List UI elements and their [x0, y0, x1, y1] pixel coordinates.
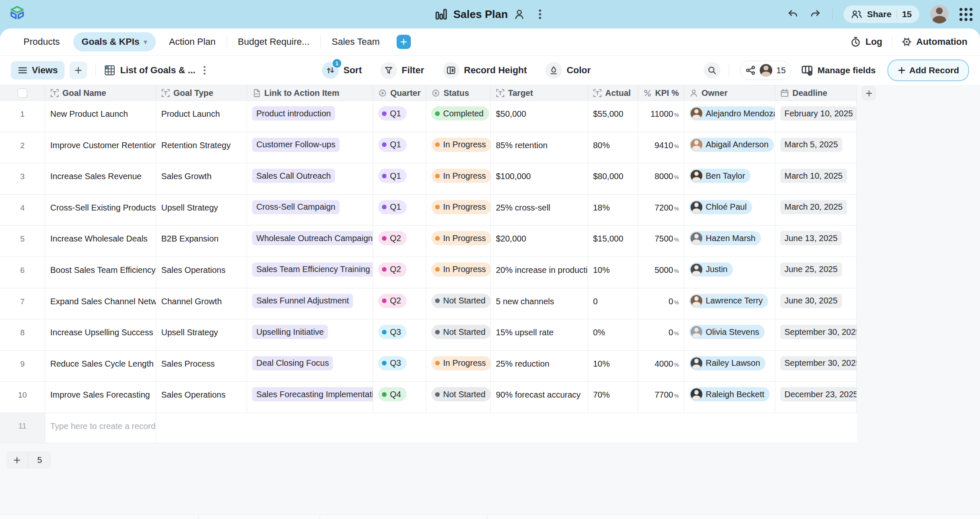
cell-actual[interactable]: 0%	[588, 319, 638, 351]
redo-icon[interactable]	[810, 8, 821, 20]
add-multiple-records-button[interactable]: 5	[6, 451, 51, 469]
tab-products[interactable]: Products	[13, 28, 71, 55]
cell-kpi-percent[interactable]: 4000%	[638, 351, 684, 382]
cell-link-to-action-item[interactable]: Cross-Sell Campaign	[247, 195, 373, 226]
cell-goal-name[interactable]: Increase Upselling Success	[45, 319, 156, 351]
user-avatar[interactable]	[930, 5, 949, 23]
cell-goal-name[interactable]: Expand Sales Channel Network	[45, 288, 156, 320]
tab-sales-team[interactable]: Sales Team	[321, 28, 391, 55]
cell-link-to-action-item[interactable]: Sales Team Efficiency Training	[247, 257, 373, 288]
cell-owner[interactable]: Ben Taylor	[684, 163, 775, 195]
table-row[interactable]: 2 Improve Customer Retention Retention S…	[0, 132, 857, 164]
cell-target[interactable]: 90% forecast accuracy	[491, 382, 588, 413]
cell-kpi-percent[interactable]: 11000%	[638, 101, 684, 132]
cell-deadline[interactable]: June 13, 2025	[775, 226, 857, 257]
cell-owner[interactable]: Lawrence Terry	[684, 288, 775, 320]
cell-link-to-action-item[interactable]: Upselling Initiative	[247, 319, 373, 351]
cell-status[interactable]: In Progress	[426, 195, 491, 226]
cell-kpi-percent[interactable]: 9410%	[638, 132, 684, 164]
cell-deadline[interactable]: June 25, 2025	[775, 257, 857, 288]
column-header-quarter[interactable]: Quarter	[373, 85, 426, 100]
cell-target[interactable]: 25% reduction	[491, 351, 588, 382]
cell-actual[interactable]: $55,000	[588, 101, 638, 132]
cell-goal-name[interactable]: Improve Sales Forecasting	[45, 382, 156, 413]
cell-goal-type[interactable]: Retention Strategy	[156, 132, 247, 164]
cell-status[interactable]: In Progress	[426, 163, 491, 195]
cell-kpi-percent[interactable]: 7200%	[638, 195, 684, 226]
add-table-button[interactable]	[397, 35, 411, 49]
cell-target[interactable]: $50,000	[491, 101, 588, 132]
cell-deadline[interactable]: February 10, 2025	[775, 101, 857, 132]
cell-goal-type[interactable]: Sales Operations	[156, 257, 247, 288]
column-header-target[interactable]: Target	[491, 85, 588, 100]
current-view[interactable]: List of Goals & ...	[104, 65, 196, 76]
cell-actual[interactable]: 18%	[588, 195, 638, 226]
cell-target[interactable]: 25% cross-sell	[491, 195, 588, 226]
views-button[interactable]: Views	[11, 61, 64, 80]
table-row[interactable]: 5 Increase Wholesale Deals B2B Expansion…	[0, 226, 857, 257]
add-rows-plus-icon[interactable]	[6, 451, 28, 469]
tab-goals-kpis[interactable]: Goals & KPIs ▾	[73, 32, 156, 51]
cell-goal-type[interactable]: Sales Growth	[156, 163, 247, 195]
cell-actual[interactable]: 0	[588, 288, 638, 320]
cell-deadline[interactable]: September 30, 2025	[775, 351, 857, 382]
cell-actual[interactable]: 10%	[588, 351, 638, 382]
cell-status[interactable]: In Progress	[426, 351, 491, 382]
tab-action-plan[interactable]: Action Plan	[158, 28, 227, 55]
table-row[interactable]: 6 Boost Sales Team Efficiency Sales Oper…	[0, 257, 857, 288]
cell-quarter[interactable]: Q3	[373, 319, 426, 351]
cell-link-to-action-item[interactable]: Deal Closing Focus	[247, 351, 373, 382]
cell-target[interactable]: $100,000	[491, 163, 588, 195]
cell-quarter[interactable]: Q1	[373, 101, 426, 132]
cell-link-to-action-item[interactable]: Wholesale Outreach Campaign	[247, 226, 373, 257]
add-view-button[interactable]	[70, 62, 87, 79]
cell-actual[interactable]: 10%	[588, 257, 638, 288]
app-logo-icon[interactable]	[9, 5, 25, 22]
cell-link-to-action-item[interactable]: Customer Follow-ups	[247, 132, 373, 164]
share-button[interactable]: Share 15	[843, 5, 919, 23]
cell-kpi-percent[interactable]: 7700%	[638, 382, 684, 413]
log-button[interactable]: Log	[850, 36, 882, 47]
table-row[interactable]: 8 Increase Upselling Success Upsell Stra…	[0, 319, 857, 351]
cell-status[interactable]: Completed	[426, 101, 491, 132]
cell-kpi-percent[interactable]: 0%	[638, 288, 684, 320]
cell-goal-name[interactable]: Boost Sales Team Efficiency	[45, 257, 156, 288]
table-row[interactable]: 9 Reduce Sales Cycle Length Sales Proces…	[0, 351, 857, 382]
cell-goal-name[interactable]: Cross-Sell Existing Products	[45, 195, 156, 226]
cell-kpi-percent[interactable]: 7500%	[638, 226, 684, 257]
new-record-placeholder[interactable]: Type here to create a record	[45, 413, 156, 443]
tab-budget-requirements[interactable]: Budget Require...	[227, 28, 320, 55]
record-height-button[interactable]: Record Height	[443, 62, 527, 79]
cell-deadline[interactable]: June 30, 2025	[775, 288, 857, 320]
cell-goal-type[interactable]: Sales Operations	[156, 382, 247, 413]
column-header-goal-name[interactable]: Goal Name	[45, 85, 156, 100]
cell-goal-type[interactable]: Sales Process	[156, 351, 247, 382]
cell-owner[interactable]: Hazen Marsh	[684, 226, 775, 257]
column-header-status[interactable]: Status	[426, 85, 491, 100]
add-rows-count[interactable]: 5	[28, 451, 51, 469]
cell-quarter[interactable]: Q2	[373, 288, 426, 320]
cell-kpi-percent[interactable]: 8000%	[638, 163, 684, 195]
table-row[interactable]: 7 Expand Sales Channel Network Channel G…	[0, 288, 857, 320]
column-header-owner[interactable]: Owner	[684, 85, 775, 100]
cell-quarter[interactable]: Q3	[373, 351, 426, 382]
cell-kpi-percent[interactable]: 5000%	[638, 257, 684, 288]
cell-deadline[interactable]: December 23, 2025	[775, 382, 857, 413]
manage-fields-button[interactable]: Manage fields	[801, 64, 876, 76]
column-header-deadline[interactable]: Deadline	[775, 85, 857, 100]
search-icon[interactable]	[704, 62, 720, 79]
cell-owner[interactable]: Justin	[684, 257, 775, 288]
cell-goal-name[interactable]: Increase Sales Revenue	[45, 163, 156, 195]
cell-target[interactable]: 85% retention	[491, 132, 588, 164]
add-field-button[interactable]	[861, 86, 876, 100]
table-row[interactable]: 10 Improve Sales Forecasting Sales Opera…	[0, 382, 857, 413]
cell-link-to-action-item[interactable]: Sales Call Outreach	[247, 163, 373, 195]
cell-actual[interactable]: 80%	[588, 132, 638, 164]
cell-quarter[interactable]: Q2	[373, 257, 426, 288]
cell-status[interactable]: In Progress	[426, 257, 491, 288]
color-button[interactable]: Color	[545, 62, 591, 79]
cell-goal-name[interactable]: Reduce Sales Cycle Length	[45, 351, 156, 382]
column-header-link-to-action-item[interactable]: Link to Action Item	[247, 85, 373, 100]
column-header-actual[interactable]: Actual	[588, 85, 638, 100]
filter-button[interactable]: Filter	[380, 62, 424, 79]
